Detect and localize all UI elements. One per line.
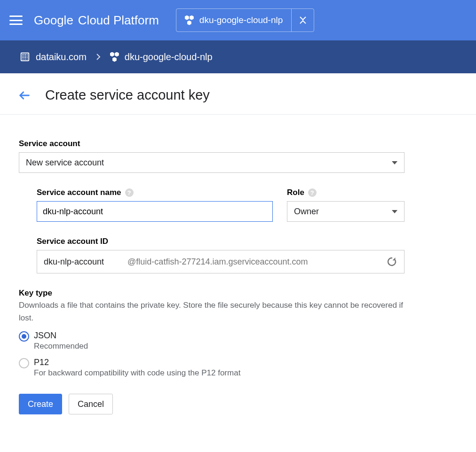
id-field: dku-nlp-account @fluid-catfish-277214.ia… — [37, 250, 405, 273]
refresh-icon — [386, 256, 397, 267]
keytype-p12-option[interactable]: P12 For backward compatibility with code… — [19, 358, 405, 378]
refresh-button[interactable] — [386, 256, 397, 267]
project-selector-button[interactable]: dku-google-cloud-nlp — [176, 9, 291, 31]
help-icon[interactable]: ? — [125, 188, 134, 197]
brand-logo[interactable]: Google Cloud Platform — [34, 13, 159, 28]
service-account-value: New service account — [26, 158, 104, 168]
cancel-button[interactable]: Cancel — [69, 394, 113, 414]
keytype-json-label: JSON — [34, 331, 88, 341]
role-label: Role ? — [287, 188, 405, 197]
breadcrumb-org[interactable]: dataiku.com — [20, 52, 87, 62]
back-button[interactable] — [18, 89, 31, 102]
arrow-left-icon — [18, 89, 31, 102]
svg-rect-9 — [27, 59, 28, 60]
service-account-select[interactable]: New service account — [19, 152, 405, 173]
svg-rect-4 — [23, 56, 24, 58]
name-label: Service account name ? — [37, 188, 273, 197]
role-value: Owner — [294, 207, 319, 217]
id-suffix: @fluid-catfish-277214.iam.gserviceaccoun… — [127, 257, 363, 267]
role-label-text: Role — [287, 188, 304, 197]
brand-google: Google — [34, 13, 73, 28]
menu-icon[interactable] — [9, 16, 23, 25]
service-account-label: Service account — [19, 139, 405, 148]
project-icon — [185, 16, 194, 25]
svg-rect-2 — [24, 55, 26, 56]
keytype-label: Key type — [19, 288, 405, 298]
id-label: Service account ID — [37, 237, 405, 246]
svg-rect-1 — [23, 55, 24, 56]
top-bar: Google Cloud Platform dku-google-cloud-n… — [0, 0, 476, 40]
page-title: Create service account key — [45, 87, 210, 103]
dropdown-icon — [392, 210, 397, 213]
svg-rect-7 — [23, 59, 24, 60]
organization-icon — [20, 52, 30, 62]
svg-rect-8 — [24, 59, 26, 60]
help-icon[interactable]: ? — [308, 188, 317, 197]
brand-rest: Cloud Platform — [78, 13, 159, 28]
keytype-radio-group: JSON Recommended P12 For backward compat… — [19, 331, 405, 378]
svg-rect-5 — [24, 56, 26, 58]
project-name: dku-google-cloud-nlp — [199, 15, 283, 25]
breadcrumb-project-label: dku-google-cloud-nlp — [125, 52, 213, 62]
radio-checked-icon — [19, 331, 29, 342]
page-header: Create service account key — [0, 73, 476, 115]
radio-unchecked-icon — [19, 358, 29, 368]
keytype-p12-label: P12 — [34, 358, 240, 367]
keytype-json-sub: Recommended — [34, 342, 88, 351]
keytype-p12-sub: For backward compatibility with code usi… — [34, 368, 240, 378]
project-icon — [110, 52, 119, 62]
form-actions: Create Cancel — [19, 394, 405, 414]
project-collapse-button[interactable] — [291, 9, 314, 31]
chevron-down-icon — [300, 16, 306, 20]
breadcrumb-org-label: dataiku.com — [36, 52, 87, 62]
create-button[interactable]: Create — [19, 394, 62, 414]
breadcrumb: dataiku.com dku-google-cloud-nlp — [0, 40, 476, 73]
name-input[interactable] — [37, 201, 273, 222]
keytype-desc: Downloads a file that contains the priva… — [19, 299, 405, 324]
name-label-text: Service account name — [37, 188, 121, 197]
dropdown-icon — [392, 161, 397, 164]
form: Service account New service account Serv… — [0, 115, 423, 433]
svg-rect-3 — [27, 55, 28, 56]
svg-rect-6 — [27, 56, 28, 58]
keytype-json-option[interactable]: JSON Recommended — [19, 331, 405, 351]
chevron-right-icon — [96, 53, 101, 61]
chevron-up-icon — [300, 20, 306, 24]
breadcrumb-project[interactable]: dku-google-cloud-nlp — [110, 52, 213, 62]
id-value[interactable]: dku-nlp-account — [44, 257, 104, 267]
role-select[interactable]: Owner — [287, 201, 405, 222]
project-selector: dku-google-cloud-nlp — [176, 8, 314, 32]
